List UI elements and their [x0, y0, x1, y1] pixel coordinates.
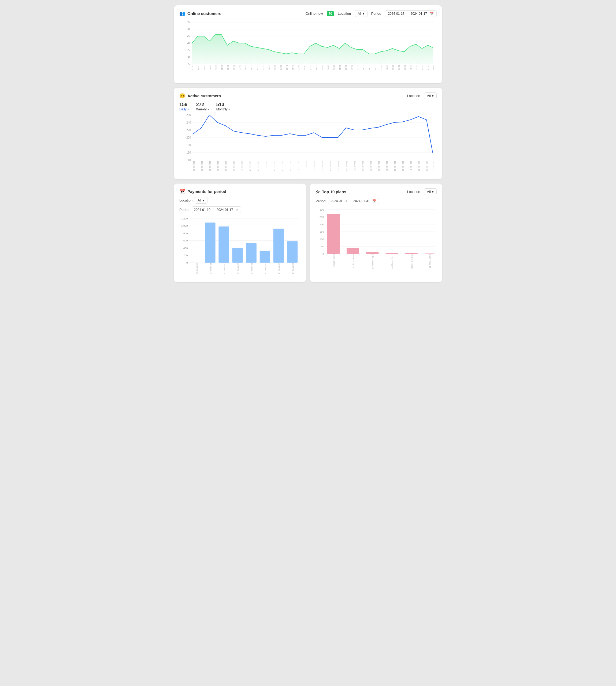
period-end-online: 2024-01-17 — [411, 12, 427, 16]
payments-period-input[interactable]: 2024-01-10 → 2024-01-17 ✕ — [192, 206, 241, 213]
online-customers-card: 👥 Online customers Online now 70 Locatio… — [174, 5, 442, 83]
payments-chart: 1,200 1,000 800 600 400 200 0 — [179, 216, 301, 277]
svg-text:06:33: 06:33 — [345, 65, 347, 70]
svg-text:240: 240 — [186, 121, 191, 124]
top10-period-display[interactable]: 2024-01-01 → 2024-01-31 📅 — [328, 198, 379, 204]
svg-text:03:48: 03:48 — [280, 65, 282, 70]
svg-text:Black Friday 30 Day Unlimited: Black Friday 30 Day Unlimited — [429, 254, 431, 269]
online-now-label: Online now — [306, 12, 323, 16]
dashboard: 👥 Online customers Online now 70 Locatio… — [174, 5, 442, 282]
period-display-online[interactable]: 2024-01-17 → 2024-01-17 📅 — [385, 10, 437, 17]
svg-text:400: 400 — [183, 247, 188, 250]
svg-text:2024-01-10: 2024-01-10 — [210, 263, 212, 274]
payments-icon: 📅 — [179, 188, 185, 194]
online-customers-chart: 85 80 75 70 65 60 55 0 — [179, 20, 437, 78]
top10-location-value: All — [427, 190, 431, 194]
svg-text:1,000: 1,000 — [181, 224, 188, 227]
svg-text:01:33: 01:33 — [227, 65, 229, 70]
period-arrow-online: → — [406, 12, 409, 15]
top10-header: ☆ Top 10 plans Location All ▾ — [315, 188, 437, 195]
svg-text:00:33: 00:33 — [203, 65, 205, 70]
svg-text:00:03: 00:03 — [191, 65, 194, 70]
chevron-down-icon-top10: ▾ — [432, 190, 434, 194]
payments-clear-btn[interactable]: ✕ — [236, 208, 239, 212]
weekly-label[interactable]: Weekly ✓ — [196, 108, 210, 111]
svg-text:100: 100 — [320, 238, 324, 241]
svg-rect-123 — [287, 241, 298, 262]
svg-text:2023-12-24: 2023-12-24 — [241, 161, 243, 171]
location-select-online[interactable]: All ▾ — [355, 10, 367, 17]
svg-text:09:33: 09:33 — [416, 65, 418, 70]
svg-text:2024-01-16: 2024-01-16 — [292, 263, 294, 274]
top10-plans-card: ☆ Top 10 plans Location All ▾ Period 202… — [310, 184, 442, 282]
svg-text:2024-01-08: 2024-01-08 — [361, 161, 364, 171]
chevron-down-icon-payments: ▾ — [203, 198, 204, 202]
payments-location-value: All — [198, 198, 201, 202]
svg-text:2023-12-27: 2023-12-27 — [265, 161, 267, 171]
chevron-down-icon: ▾ — [363, 12, 365, 16]
svg-text:2024-01-11: 2024-01-11 — [223, 263, 226, 274]
top10-period-arrow: → — [349, 199, 352, 203]
svg-text:08:33: 08:33 — [392, 65, 394, 70]
payments-location-select[interactable]: All ▾ — [195, 197, 207, 204]
svg-text:04:03: 04:03 — [286, 65, 288, 70]
svg-text:2023-12-25: 2023-12-25 — [249, 161, 251, 171]
online-customers-header: 👥 Online customers Online now 70 Locatio… — [179, 10, 437, 17]
svg-text:2024-01-10: 2024-01-10 — [378, 161, 380, 171]
svg-text:200: 200 — [320, 223, 324, 226]
check-icon-weekly: ✓ — [207, 108, 210, 111]
svg-rect-147 — [347, 248, 359, 254]
svg-text:06:03: 06:03 — [333, 65, 335, 70]
daily-label[interactable]: Daily ✓ — [179, 108, 190, 111]
svg-text:2024-01-03: 2024-01-03 — [322, 161, 324, 171]
svg-text:1,200: 1,200 — [181, 217, 188, 220]
location-label-online: Location — [338, 12, 351, 16]
svg-text:200: 200 — [183, 254, 188, 257]
svg-text:05:03: 05:03 — [309, 65, 312, 70]
svg-text:2024-01-13: 2024-01-13 — [251, 263, 253, 274]
svg-text:75: 75 — [187, 35, 190, 38]
weekly-metric: 272 Weekly ✓ — [196, 102, 210, 111]
payments-period-label: Period — [179, 208, 190, 212]
active-customers-header: 😊 Active customers Location All ▾ — [179, 92, 437, 99]
location-select-active[interactable]: All ▾ — [424, 92, 437, 99]
payments-chart-container: 1,200 1,000 800 600 400 200 0 — [179, 216, 301, 277]
top10-icon: ☆ — [315, 189, 320, 195]
svg-text:250: 250 — [320, 215, 324, 219]
svg-text:08:03: 08:03 — [380, 65, 382, 70]
svg-text:02:48: 02:48 — [256, 65, 259, 70]
active-customers-title-text: Active customers — [188, 93, 221, 98]
svg-text:2023-12-23: 2023-12-23 — [233, 161, 235, 171]
svg-text:03:33: 03:33 — [274, 65, 277, 70]
svg-text:02:33: 02:33 — [250, 65, 253, 70]
svg-text:2024-01-05: 2024-01-05 — [337, 161, 340, 171]
svg-text:85: 85 — [187, 21, 190, 24]
location-value-active: All — [427, 94, 431, 98]
active-customers-title: 😊 Active customers — [179, 93, 221, 99]
svg-text:300: 300 — [320, 208, 324, 211]
svg-text:2024-01-07: 2024-01-07 — [354, 161, 356, 171]
weekly-value: 272 — [196, 102, 210, 108]
svg-rect-122 — [273, 229, 284, 262]
svg-text:01:03: 01:03 — [215, 65, 217, 70]
bottom-row: 📅 Payments for period Location All ▾ Per… — [174, 184, 442, 282]
svg-rect-151 — [425, 253, 435, 254]
payments-period-start: 2024-01-10 — [194, 208, 211, 212]
top10-location-select[interactable]: All ▾ — [424, 188, 437, 195]
svg-text:05:48: 05:48 — [327, 65, 329, 70]
svg-text:2024-01-12: 2024-01-12 — [237, 263, 239, 274]
svg-text:09:18: 09:18 — [410, 65, 412, 70]
svg-text:200: 200 — [186, 136, 191, 139]
svg-rect-149 — [386, 253, 398, 254]
svg-text:07:33: 07:33 — [368, 65, 371, 70]
svg-text:2024-01-02: 2024-01-02 — [313, 161, 316, 171]
svg-text:04:18: 04:18 — [292, 65, 294, 70]
monthly-label[interactable]: Monthly ✓ — [216, 108, 231, 111]
svg-text:140: 140 — [186, 159, 191, 162]
svg-text:2023-12-22: 2023-12-22 — [225, 161, 227, 171]
location-label-active: Location — [407, 94, 420, 98]
svg-text:600: 600 — [183, 239, 188, 242]
active-customers-metrics: 156 Daily ✓ 272 Weekly ✓ 513 Monthly ✓ — [179, 102, 437, 111]
svg-text:2023-12-31: 2023-12-31 — [297, 161, 300, 171]
svg-text:08:48: 08:48 — [398, 65, 400, 70]
